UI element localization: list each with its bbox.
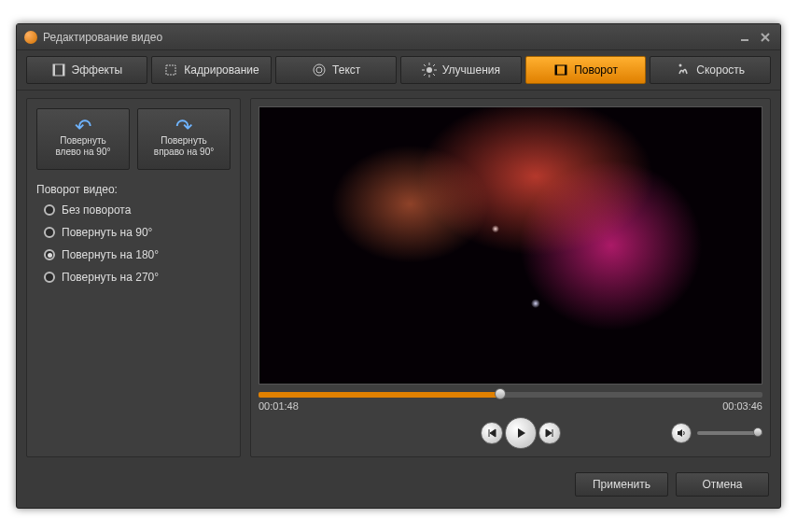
svg-line-15 (424, 74, 426, 76)
enhance-icon (422, 63, 437, 77)
window-title: Редактирование видео (43, 31, 732, 44)
tab-rotate[interactable]: Поворот (525, 56, 647, 84)
volume-slider[interactable] (697, 431, 762, 435)
apply-button[interactable]: Применить (575, 472, 668, 497)
rotate-right-button[interactable]: ↷ Повернуть вправо на 90° (137, 108, 231, 170)
next-button[interactable] (538, 422, 561, 444)
rotate-icon (553, 63, 568, 77)
svg-point-19 (679, 64, 682, 67)
close-button[interactable] (758, 30, 773, 45)
radio-label: Без поворота (62, 203, 131, 217)
rotation-panel: ↶ Повернуть влево на 90° ↷ Повернуть впр… (26, 98, 241, 457)
app-icon (24, 31, 37, 44)
tab-label: Скорость (696, 63, 745, 77)
volume-thumb[interactable] (753, 427, 762, 437)
tab-label: Поворот (574, 63, 618, 77)
radio-icon (44, 227, 55, 238)
total-time: 00:03:46 (722, 400, 762, 412)
radio-icon (44, 249, 55, 260)
radio-180[interactable]: Повернуть на 180° (44, 248, 231, 261)
radio-label: Повернуть на 180° (62, 248, 159, 261)
radio-icon (44, 272, 55, 283)
video-frame (259, 107, 762, 384)
radio-90[interactable]: Повернуть на 90° (44, 226, 231, 239)
text-icon (312, 63, 327, 77)
svg-rect-0 (741, 39, 748, 41)
radio-icon (44, 204, 55, 216)
svg-point-5 (314, 64, 325, 76)
svg-rect-2 (53, 64, 55, 76)
play-button[interactable] (505, 417, 537, 449)
radio-270[interactable]: Повернуть на 270° (44, 271, 231, 284)
speed-icon (676, 63, 691, 77)
tab-label: Эффекты (72, 63, 123, 77)
tab-label: Кадрирование (184, 63, 259, 77)
svg-line-14 (433, 64, 435, 66)
svg-rect-4 (166, 65, 175, 75)
rotate-right-line2: вправо на 90° (154, 147, 214, 158)
tab-enhance[interactable]: Улучшения (400, 56, 522, 84)
rotate-left-icon: ↶ (75, 121, 91, 133)
minimize-button[interactable] (737, 30, 752, 45)
radio-label: Повернуть на 90° (62, 226, 152, 239)
svg-point-6 (316, 67, 322, 73)
svg-rect-3 (63, 64, 64, 76)
rotate-left-line1: Повернуть (60, 135, 105, 147)
seek-bar[interactable] (259, 392, 762, 398)
current-time: 00:01:48 (259, 400, 299, 412)
player-controls (259, 417, 762, 449)
tab-text[interactable]: Текст (275, 56, 397, 84)
rotate-right-icon: ↷ (175, 121, 192, 133)
radio-label: Повернуть на 270° (62, 271, 159, 284)
timeline: 00:01:48 00:03:46 (259, 392, 762, 412)
tab-crop[interactable]: Кадрирование (151, 56, 273, 84)
svg-point-7 (426, 67, 432, 73)
svg-line-13 (433, 74, 435, 76)
seek-fill (259, 392, 500, 398)
crop-icon (163, 63, 178, 77)
volume-button[interactable] (671, 423, 692, 443)
rotation-radio-group: Без поворота Повернуть на 90° Повернуть … (36, 203, 231, 284)
tab-label: Улучшения (442, 63, 500, 77)
svg-line-12 (424, 64, 426, 66)
titlebar: Редактирование видео (17, 24, 780, 50)
effects-icon (51, 63, 66, 77)
prev-button[interactable] (481, 422, 503, 444)
preview-panel: 00:01:48 00:03:46 (250, 98, 771, 457)
tab-effects[interactable]: Эффекты (26, 56, 147, 84)
footer: Применить Отмена (17, 465, 780, 508)
video-edit-window: Редактирование видео Эффекты Кадрировани… (16, 23, 781, 509)
rotate-left-button[interactable]: ↶ Повернуть влево на 90° (36, 108, 130, 170)
cancel-button[interactable]: Отмена (676, 472, 769, 497)
tab-label: Текст (332, 63, 360, 77)
radio-no-rotation[interactable]: Без поворота (44, 203, 231, 217)
rotate-left-line2: влево на 90° (55, 147, 110, 158)
svg-rect-18 (565, 65, 566, 75)
tab-bar: Эффекты Кадрирование Текст Улучшения Пов… (17, 50, 780, 91)
seek-thumb[interactable] (495, 388, 506, 399)
rotation-section-label: Поворот видео: (36, 183, 231, 196)
content-area: ↶ Повернуть влево на 90° ↷ Повернуть впр… (17, 91, 780, 465)
rotate-right-line1: Повернуть (161, 135, 206, 147)
svg-rect-17 (555, 65, 557, 75)
tab-speed[interactable]: Скорость (650, 56, 771, 84)
video-preview[interactable] (259, 106, 762, 385)
